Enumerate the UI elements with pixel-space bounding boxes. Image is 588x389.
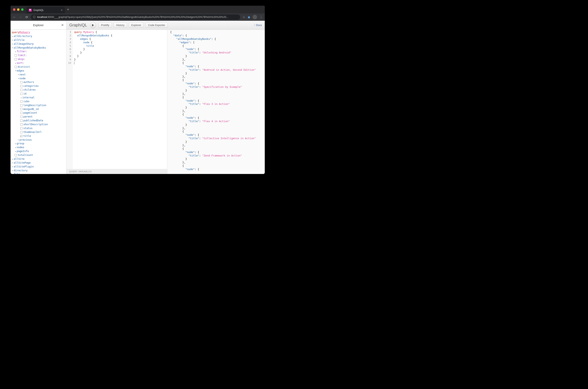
query-editor[interactable]: 1▾2▾3▾45678910 query MyQuery { allMongod… [66, 30, 167, 169]
explorer-row[interactable]: longDescription [11, 103, 66, 107]
browser-tab[interactable]: GraphiQL × [27, 7, 65, 13]
extension-icon[interactable]: ◉ [248, 15, 250, 19]
explorer-row[interactable]: directory [11, 169, 66, 173]
explorer-row[interactable]: internal [11, 96, 66, 99]
explorer-row[interactable]: next [11, 73, 66, 77]
explorer-row[interactable]: filter: [11, 50, 66, 53]
explorer-row[interactable]: categories [11, 84, 66, 88]
explorer-button[interactable]: Explorer [129, 23, 144, 28]
url-path: :8000/___graphql?query=query%20MyQuery%2… [47, 16, 228, 19]
explorer-row[interactable]: query MyQuery [11, 31, 66, 34]
site-info-icon[interactable]: ⓘ [33, 15, 35, 19]
explorer-row[interactable]: pageInfo [11, 149, 66, 153]
browser-urlbar: ← → ⟳ ⓘ localhost:8000/___graphql?query=… [11, 13, 265, 21]
query-editor-pane: 1▾2▾3▾45678910 query MyQuery { allMongod… [66, 30, 167, 174]
window-minimize-icon[interactable] [17, 8, 20, 11]
code-exporter-button[interactable]: Code Exporter [145, 23, 168, 28]
explorer-row[interactable]: mongodb_id [11, 107, 66, 111]
explorer-row[interactable]: edges [11, 69, 66, 73]
explorer-row[interactable]: shortDescription [11, 123, 66, 127]
chevron-left-icon: 〈 [252, 23, 255, 27]
explorer-close-icon[interactable]: ✕ [61, 23, 64, 27]
explorer-row[interactable]: sort: [11, 61, 66, 65]
explorer-row[interactable]: skip: [11, 57, 66, 61]
explorer-row[interactable]: nodes [11, 146, 66, 149]
profile-avatar[interactable] [252, 15, 257, 19]
explorer-row[interactable]: allFile [11, 38, 66, 42]
explorer-row[interactable]: authors [11, 80, 66, 84]
query-variables-bar[interactable]: QUERY VARIABLES [66, 169, 167, 174]
graphiql-logo: GraphiQL [69, 23, 87, 28]
explorer-row[interactable]: previous [11, 138, 66, 142]
tab-title: GraphiQL [33, 9, 59, 12]
history-button[interactable]: History [113, 23, 127, 28]
bookmark-icon[interactable]: ☆ [243, 15, 245, 19]
window-maximize-icon[interactable] [21, 8, 24, 11]
window-close-icon[interactable] [13, 8, 15, 11]
explorer-row[interactable]: file [11, 172, 66, 174]
explorer-row[interactable]: allSitePlugin [11, 165, 66, 169]
explorer-row[interactable]: distinct [11, 65, 66, 69]
explorer-row[interactable]: node [11, 77, 66, 80]
nav-back-icon[interactable]: ← [13, 15, 16, 19]
explorer-row[interactable]: parent [11, 115, 66, 119]
explorer-row[interactable]: thumbnailUrl [11, 130, 66, 134]
nav-reload-icon[interactable]: ⟳ [25, 15, 28, 19]
explorer-row[interactable]: allImageSharp [11, 42, 66, 46]
explorer-row[interactable]: limit: [11, 53, 66, 57]
explorer-row[interactable]: title [11, 134, 66, 138]
explorer-row[interactable]: children [11, 88, 66, 92]
result-pane[interactable]: { "data": { "allMongodbGatsbyBooks": { "… [167, 30, 265, 174]
url-input[interactable]: ⓘ localhost:8000/___graphql?query=query%… [31, 14, 240, 20]
explorer-row[interactable]: publishedDate [11, 119, 66, 123]
explorer-row[interactable]: allSitePage [11, 161, 66, 165]
explorer-row[interactable]: allSite [11, 157, 66, 161]
tab-close-icon[interactable]: × [61, 8, 62, 12]
execute-button[interactable] [90, 22, 96, 28]
explorer-row[interactable]: allMongodbGatsbyBooks [11, 46, 66, 50]
explorer-row[interactable]: id [11, 92, 66, 96]
graphql-favicon-icon [29, 9, 32, 12]
explorer-row[interactable]: group [11, 142, 66, 146]
explorer-row[interactable]: pageCount [11, 111, 66, 115]
explorer-row[interactable]: allDirectory [11, 34, 66, 38]
explorer-row[interactable]: totalCount [11, 153, 66, 157]
browser-menu-icon[interactable]: ⋮ [259, 15, 263, 19]
nav-forward-icon[interactable]: → [19, 15, 22, 19]
play-icon [92, 24, 94, 26]
url-host: localhost [37, 16, 47, 19]
browser-titlebar: GraphiQL × + [11, 6, 265, 13]
explorer-panel-title: Explorer [33, 24, 44, 27]
explorer-row[interactable]: isbn [11, 99, 66, 103]
new-tab-button[interactable]: + [67, 7, 69, 12]
explorer-pane[interactable]: query MyQueryallDirectoryallFileallImage… [11, 30, 66, 174]
docs-button[interactable]: 〈 Docs [252, 23, 262, 27]
explorer-row[interactable]: status [11, 127, 66, 130]
graphiql-toolbar: Explorer ✕ GraphiQL Prettify History Exp… [11, 21, 265, 30]
prettify-button[interactable]: Prettify [98, 23, 112, 28]
